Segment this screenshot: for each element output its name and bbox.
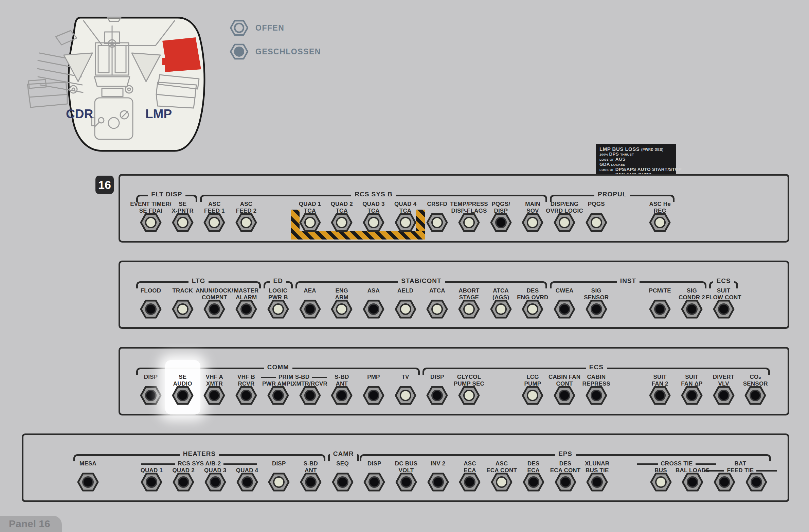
cb-quad-2-tca[interactable] xyxy=(331,213,352,232)
cb-atca-ags[interactable] xyxy=(490,299,512,319)
cb-quad-4[interactable] xyxy=(236,473,258,492)
section-label: COMM xyxy=(264,363,292,371)
cb-pqgs-disp[interactable] xyxy=(490,213,512,232)
cb-pcm-te[interactable] xyxy=(649,299,671,319)
section-label: RCS SYS B xyxy=(351,191,396,198)
cb-label-asc-he-reg: ASC HeREG xyxy=(634,201,685,214)
cb-mesa[interactable] xyxy=(77,473,99,492)
cb-cabin-repress[interactable] xyxy=(586,386,607,405)
cb-quad-2[interactable] xyxy=(173,473,194,492)
cb-logic-pwr-b[interactable] xyxy=(267,299,289,319)
cb-vhf-b-rcvr[interactable] xyxy=(235,386,257,405)
cb-cwea[interactable] xyxy=(554,299,575,319)
cb-bat-feed-tie-b[interactable] xyxy=(745,473,767,492)
cb-s-bd-ant[interactable] xyxy=(331,386,352,405)
cb-disp[interactable] xyxy=(268,473,290,492)
cb-vhf-a-xmtr[interactable] xyxy=(203,386,225,405)
cb-disp[interactable] xyxy=(363,473,385,492)
section-label: INST xyxy=(617,277,639,285)
cb-disp[interactable] xyxy=(426,386,448,405)
panel-number-badge: 16 xyxy=(96,176,114,194)
cb-panel-row-3: COMMECSPRIM S-BDDISPSEAUDIOVHF AXMTRVHF … xyxy=(119,347,789,415)
cb-asc-eca[interactable] xyxy=(459,473,481,492)
cb-disp-eng-ovrd-logic[interactable] xyxy=(554,213,575,232)
cb-divert-vlv[interactable] xyxy=(713,386,735,405)
cb-asc-feed-1[interactable] xyxy=(203,213,225,232)
closed-breaker-icon xyxy=(229,44,248,60)
cb-suit-flow-cont[interactable] xyxy=(713,299,735,319)
section-label: PROPUL xyxy=(595,191,630,198)
legend-open-label: OFFEN xyxy=(255,23,284,33)
cb-flood[interactable] xyxy=(140,299,162,319)
page-title: Panel 16 xyxy=(0,516,62,532)
cb-pqgs[interactable] xyxy=(586,213,607,232)
legend-open-row: OFFEN xyxy=(229,20,321,36)
cb-xmtr-rcvr[interactable] xyxy=(299,386,321,405)
cb-sig-condr-2[interactable] xyxy=(681,299,703,319)
cb-se-audio[interactable] xyxy=(172,386,194,405)
warning-line: LOSS OF AGS xyxy=(600,157,673,162)
section-label: STAB/CONT xyxy=(398,277,445,285)
section-label: HEATERS xyxy=(180,450,219,458)
cb-label-mesa: MESA xyxy=(63,460,114,467)
cb-anun-dock-compnt[interactable] xyxy=(203,299,225,319)
group-label-text: BAT xyxy=(732,460,749,467)
cb-des-eca[interactable] xyxy=(523,473,545,492)
cb-quad-1-tca[interactable] xyxy=(299,213,321,232)
cb-label-glycol-pump-sec: GLYCOLPUMP SEC xyxy=(444,374,495,387)
legend-closed-label: GESCHLOSSEN xyxy=(255,47,321,56)
cb-co-sensor[interactable] xyxy=(744,386,766,405)
cb-temp-press-disp-flags[interactable] xyxy=(458,213,480,232)
group-label-dash xyxy=(756,470,776,471)
cb-se-x-pntr[interactable] xyxy=(172,213,194,232)
cb-des-eca-cont[interactable] xyxy=(555,473,576,492)
cb-asc-eca-cont[interactable] xyxy=(491,473,513,492)
section-label: LTG xyxy=(189,277,209,285)
cb-disp[interactable] xyxy=(140,386,162,405)
group-label-bat: BAT xyxy=(724,460,756,467)
cb-sig-sensor[interactable] xyxy=(586,299,607,319)
cb-s-bd-ant[interactable] xyxy=(300,473,322,492)
open-breaker-icon xyxy=(229,20,248,36)
cb-asc-he-reg[interactable] xyxy=(649,213,671,232)
cb-aeld[interactable] xyxy=(395,299,416,319)
cb-eng-arm[interactable] xyxy=(331,299,352,319)
section-label: ECS xyxy=(586,363,607,371)
cb-cabin-fan-cont[interactable] xyxy=(554,386,575,405)
cb-bal-loads[interactable] xyxy=(682,473,703,492)
cb-main-sov[interactable] xyxy=(522,213,544,232)
cb-inv-2[interactable] xyxy=(427,473,449,492)
cb-bat-feed-tie-a[interactable] xyxy=(713,473,735,492)
cb-lcg-pump[interactable] xyxy=(522,386,544,405)
cb-quad-4-tca[interactable] xyxy=(395,213,416,232)
warning-title: LMP BUS LOSS (PWRD DES) xyxy=(600,146,673,152)
cb-label-xlunar-bus-tie: XLUNARBUS TIE xyxy=(572,460,622,474)
cb-glycol-pump-sec[interactable] xyxy=(458,386,480,405)
cb-track[interactable] xyxy=(172,299,194,319)
cb-event-timer-se-fdai[interactable] xyxy=(140,213,162,232)
cb-asa[interactable] xyxy=(363,299,384,319)
cb-master-alarm[interactable] xyxy=(235,299,257,319)
cb-bus[interactable] xyxy=(650,473,672,492)
cb-des-eng-ovrd[interactable] xyxy=(522,299,544,319)
cb-xlunar-bus-tie[interactable] xyxy=(586,473,608,492)
cb-panel-row-1: FLT DISPRCS SYS BPROPULEVENT TIMER/SE FD… xyxy=(119,174,789,243)
cb-pmp[interactable] xyxy=(363,386,384,405)
cb-quad-3[interactable] xyxy=(204,473,226,492)
cb-panel-row-2: LTGEDSTAB/CONTINSTECSFLOODTRACKANUN/DOCK… xyxy=(119,261,789,329)
cb-quad-3-tca[interactable] xyxy=(363,213,384,232)
cb-abort-stage[interactable] xyxy=(458,299,480,319)
cb-atca[interactable] xyxy=(426,299,448,319)
cb-panel-row-4: HEATERSCAMREPSRCS SYS A/B-2CROSS TIEBATF… xyxy=(22,433,789,502)
cb-quad-1[interactable] xyxy=(141,473,162,492)
cb-suit-fan-p[interactable] xyxy=(681,386,703,405)
cb-aea[interactable] xyxy=(299,299,321,319)
cb-pwr-ampl[interactable] xyxy=(267,386,289,405)
cabin-diagram: CDR LMP xyxy=(16,5,207,153)
cb-crsfd[interactable] xyxy=(426,213,448,232)
cb-asc-feed-2[interactable] xyxy=(235,213,257,232)
cb-dc-bus-volt[interactable] xyxy=(395,473,417,492)
cb-seq[interactable] xyxy=(332,473,354,492)
cb-suit-fan-2[interactable] xyxy=(649,386,671,405)
cb-tv[interactable] xyxy=(395,386,416,405)
